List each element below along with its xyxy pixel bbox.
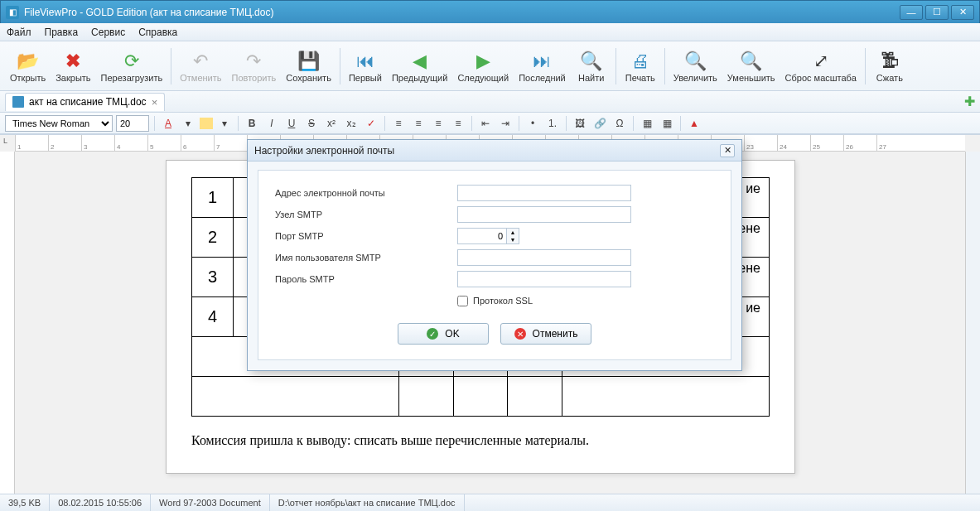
align-left-button[interactable]: ≡ [390,115,407,132]
font-family-select[interactable]: Times New Roman [5,115,113,132]
save-icon: 💾 [297,50,321,73]
dialog-titlebar: Настройки электронной почты ✕ [248,140,741,161]
dropdown-icon[interactable]: ▾ [216,115,233,132]
highlight-button[interactable] [200,118,213,129]
tab-label: акт на списание ТМЦ.doc [29,96,147,108]
ok-button[interactable]: ✓OK [398,323,489,345]
zoom-in-button[interactable]: 🔍Увеличить [669,48,722,84]
redo-button[interactable]: ↷Повторить [227,48,282,84]
table-del-button[interactable]: ▦ [659,115,675,132]
smtp-host-input[interactable] [457,206,631,223]
last-icon: ⏭ [530,50,553,73]
cancel-icon: ✕ [514,328,526,340]
first-button[interactable]: ⏮Первый [344,48,387,84]
reload-icon: ⟳ [120,50,143,73]
save-button[interactable]: 💾Сохранить [281,48,336,84]
close-button[interactable]: ✖Закрыть [51,48,95,84]
prev-icon: ◀ [408,50,432,73]
pdf-button[interactable]: ▲ [686,115,702,132]
smtp-user-label: Имя пользователя SMTP [275,253,457,263]
spinner-down-icon[interactable]: ▼ [507,236,519,243]
font-size-input[interactable] [116,115,149,132]
indent-dec-button[interactable]: ⇤ [477,115,494,132]
next-icon: ▶ [471,50,495,73]
smtp-port-label: Порт SMTP [275,231,457,241]
ssl-label: Протокол SSL [473,296,533,306]
menu-service[interactable]: Сервис [91,27,125,38]
bold-button[interactable]: B [244,115,260,132]
prev-button[interactable]: ◀Предыдущий [387,48,452,84]
open-button[interactable]: 📂Открыть [5,48,51,84]
strike-button[interactable]: S [303,115,320,132]
smtp-port-input[interactable] [457,228,507,244]
last-button[interactable]: ⏭Последний [514,48,571,84]
check-icon: ✓ [427,328,438,340]
email-settings-dialog: Настройки электронной почты ✕ Адрес элек… [247,139,742,371]
format-toolbar: Times New Roman A▾ ▾ B I U S x² x₂ ✓ ≡ ≡… [0,113,980,134]
image-button[interactable]: 🖼 [572,115,588,132]
dialog-title: Настройки электронной почты [254,145,394,157]
print-button[interactable]: 🖨Печать [620,48,661,84]
vertical-scrollbar[interactable] [965,152,980,494]
ruler-vertical [0,152,15,494]
zoom-in-icon: 🔍 [683,50,707,73]
menu-file[interactable]: Файл [7,27,31,38]
table-button[interactable]: ▦ [639,115,655,132]
align-right-button[interactable]: ≡ [430,115,447,132]
reload-button[interactable]: ⟳Перезагрузить [96,48,168,84]
maximize-button[interactable]: ☐ [925,5,949,20]
menu-help[interactable]: Справка [138,27,177,38]
spellcheck-button[interactable]: ✓ [363,115,379,132]
main-toolbar: 📂Открыть ✖Закрыть ⟳Перезагрузить ↶Отмени… [0,41,980,91]
first-icon: ⏮ [354,50,377,73]
dropdown-icon[interactable]: ▾ [180,115,196,132]
menu-edit[interactable]: Правка [45,27,79,38]
app-icon: ◧ [6,6,19,19]
close-tab-icon[interactable]: × [152,96,158,108]
dialog-body: Адрес электронной почты Узел SMTP Порт S… [258,170,731,360]
dialog-close-button[interactable]: ✕ [720,144,735,157]
smtp-host-label: Узел SMTP [275,210,457,219]
spinner-up-icon[interactable]: ▲ [507,229,519,236]
list-number-button[interactable]: 1. [544,115,561,132]
smtp-pass-input[interactable] [457,271,631,287]
zoom-out-button[interactable]: 🔍Уменьшить [722,48,780,84]
status-path: D:\отчет ноябрь\акт на списание ТМЦ.doc [270,494,465,511]
document-text: Комиссия пришла к выводу: списать выше п… [191,433,770,448]
document-tab[interactable]: акт на списание ТМЦ.doc × [5,93,165,111]
status-bar: 39,5 KB 08.02.2015 10:55:06 Word 97-2003… [0,494,980,511]
undo-icon: ↶ [189,50,212,73]
minimize-button[interactable]: — [900,5,923,20]
align-center-button[interactable]: ≡ [410,115,427,132]
smtp-user-input[interactable] [457,249,631,266]
email-label: Адрес электронной почты [275,188,457,198]
list-bullet-button[interactable]: • [524,115,541,132]
table-row [192,377,770,417]
underline-button[interactable]: U [283,115,300,132]
find-button[interactable]: 🔍Найти [571,48,612,84]
font-color-button[interactable]: A [160,115,176,132]
zoom-out-icon: 🔍 [740,50,763,73]
email-input[interactable] [457,185,631,201]
undo-button[interactable]: ↶Отменить [175,48,226,84]
add-tab-button[interactable]: ✚ [964,94,975,109]
print-icon: 🖨 [629,50,652,73]
cancel-button[interactable]: ✕Отменить [500,323,591,345]
window-title: FileViewPro - GOLD Edition (акт на списа… [24,7,897,18]
link-button[interactable]: 🔗 [591,115,608,132]
super-button[interactable]: x² [323,115,340,132]
doc-icon [12,96,24,108]
zoom-reset-button[interactable]: ⤢Сброс масштаба [780,48,862,84]
zoom-reset-icon: ⤢ [809,50,833,73]
close-window-button[interactable]: ✕ [951,5,974,20]
compress-button[interactable]: 🗜Сжать [869,48,910,84]
redo-icon: ↷ [242,50,265,73]
smtp-pass-label: Пароль SMTP [275,274,457,284]
ssl-checkbox[interactable] [457,296,468,306]
symbol-button[interactable]: Ω [611,115,628,132]
next-button[interactable]: ▶Следующий [452,48,514,84]
sub-button[interactable]: x₂ [343,115,360,132]
align-justify-button[interactable]: ≡ [450,115,466,132]
italic-button[interactable]: I [263,115,280,132]
indent-inc-button[interactable]: ⇥ [497,115,514,132]
